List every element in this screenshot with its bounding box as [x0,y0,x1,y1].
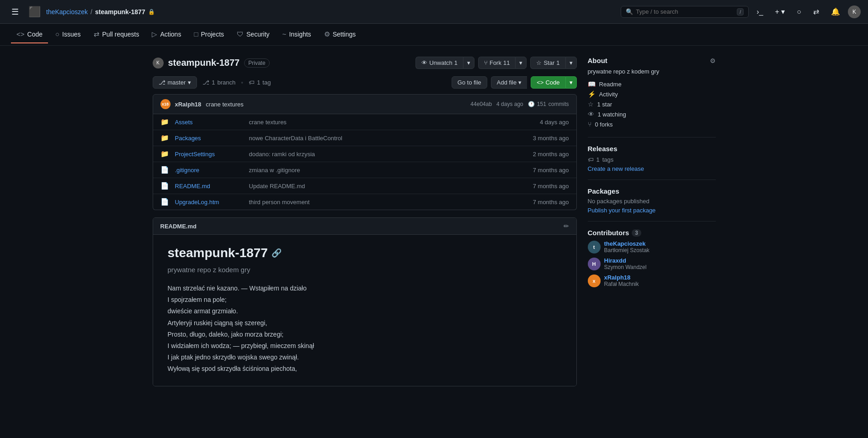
lock-icon: 🔒 [148,9,155,15]
user-avatar[interactable]: K [848,5,861,18]
tab-security[interactable]: 🛡 Security [231,26,275,43]
file-name[interactable]: Packages [175,135,244,142]
folder-icon: 📁 [160,118,170,126]
issue-button[interactable]: ○ [793,5,805,19]
star-main[interactable]: ☆ Star 1 [530,57,565,69]
commit-hash-value[interactable]: 44e04ab [470,101,492,107]
releases-title: Releases [588,145,716,153]
tag-icon: 🏷 [249,79,255,86]
file-name[interactable]: ProjectSettings [175,151,244,158]
file-toolbar: ⎇ master ▾ ⎇ 1 branch • 🏷 1 tag Go to fi… [153,76,577,89]
code-label: Code [545,79,559,86]
file-commit-message: Update README.md [249,183,527,190]
contributor-username[interactable]: theKapcioszek [604,240,650,247]
readme-header: README.md ✏ [153,218,576,235]
stat-separator: • [241,79,243,86]
branch-count-badge[interactable]: ⎇ 1 branch [202,77,235,88]
tag-count-badge[interactable]: 🏷 1 tag [249,77,271,88]
about-item-text: Activity [599,91,618,98]
pr-button[interactable]: ⇄ [809,5,823,19]
releases-tag-count: 1 [596,156,600,163]
about-item-icon: ⚡ [588,90,596,98]
about-item-icon: ⑂ [588,121,591,128]
breadcrumb-repo[interactable]: steampunk-1877 [95,8,145,16]
about-item-text: Readme [599,81,622,88]
about-item[interactable]: ☆ 1 star [588,100,716,108]
breadcrumb-owner[interactable]: theKapcioszek [46,8,88,16]
table-row: 📁 ProjectSettings dodano: ramki od krzys… [153,146,576,162]
branch-count: 1 [212,79,215,86]
search-kbd: / [737,8,744,16]
tab-insights[interactable]: ~ Insights [277,26,317,43]
readme-container: README.md ✏ steampunk-1877 🔗 prywatne re… [153,217,577,386]
search-input[interactable] [636,8,734,15]
file-name[interactable]: Assets [175,119,244,126]
add-file-main[interactable]: Add file ▾ [491,76,527,89]
contributor-row[interactable]: H Hiraxdd Szymon Wandzel [588,257,716,270]
contributor-row[interactable]: t theKapcioszek Bartłomiej Szostak [588,240,716,253]
commit-history[interactable]: 🕐 151 commits [528,101,569,107]
fork-arrow[interactable]: ▾ [515,57,527,69]
code-arrow[interactable]: ▾ [566,76,577,89]
go-to-file-button[interactable]: Go to file [452,76,487,89]
tab-code[interactable]: <> Code [11,26,48,43]
poem-line: dwieście armat grzmiało. [168,306,562,317]
about-item[interactable]: ⑂ 0 forks [588,121,716,128]
file-icon: 📄 [160,198,170,206]
poem-line: Artyleryji ruskiej ciągną się szeregi, [168,317,562,329]
unwatch-arrow[interactable]: ▾ [463,57,474,69]
fork-count: 11 [503,59,510,66]
gear-icon[interactable]: ⚙ [710,57,716,64]
file-name[interactable]: .gitignore [175,167,244,174]
commit-author[interactable]: xRalph18 [175,101,202,108]
search-bar[interactable]: 🔍 / [621,6,749,18]
anchor-icon[interactable]: 🔗 [272,248,282,258]
fork-main[interactable]: ⑂ Fork 11 [478,57,515,69]
tab-code-label: Code [27,31,43,38]
create-release-link[interactable]: Create a new release [588,165,644,172]
file-time: 7 months ago [533,167,569,174]
poem-line: I jak ptak jedno skrzydło wojska swego z… [168,352,562,363]
eye-icon: 👁 [421,59,427,66]
star-arrow[interactable]: ▾ [565,57,577,69]
contributor-fullname: Bartłomiej Szostak [604,247,650,253]
releases-section: Releases 🏷 1 tags Create a new release [588,145,716,172]
code-main[interactable]: <> Code [531,76,565,89]
plus-button[interactable]: + ▾ [771,5,789,19]
tab-projects[interactable]: □ Projects [188,26,229,43]
tab-issues[interactable]: ○ Issues [50,26,86,43]
file-name[interactable]: UpgradeLog.htm [175,199,244,206]
about-item[interactable]: ⚡ Activity [588,90,716,98]
commit-message[interactable]: crane textures [206,101,243,108]
contributor-username[interactable]: xRalph18 [604,274,639,281]
branch-selector[interactable]: ⎇ master ▾ [153,76,197,89]
about-section: About ⚙ prywatne repo z kodem gry 📖 Read… [588,57,716,128]
hamburger-menu[interactable]: ☰ [7,4,23,20]
repo-owner-avatar: K [153,58,164,69]
about-item[interactable]: 📖 Readme [588,80,716,88]
tab-settings[interactable]: ⚙ Settings [319,26,362,44]
commit-author-avatar: x18 [160,99,170,109]
file-icon: 📄 [160,166,170,174]
readme-edit-button[interactable]: ✏ [564,222,569,230]
star-icon: ☆ [536,59,542,66]
about-item[interactable]: 👁 1 watching [588,111,716,118]
terminal-button[interactable]: ›_ [752,5,767,19]
tab-pull-requests[interactable]: ⇄ Pull requests [88,26,145,44]
contributor-row[interactable]: x xRalph18 Rafał Machnik [588,274,716,287]
branch-name: master [168,79,186,86]
poem-line: Prosto, długo, daleko, jako morza brzegi… [168,329,562,340]
file-name[interactable]: README.md [175,183,244,190]
notifications-button[interactable]: 🔔 [827,5,844,19]
github-logo[interactable]: ⬛ [28,6,41,18]
unwatch-main[interactable]: 👁 Unwatch 1 [415,57,463,69]
contributor-username[interactable]: Hiraxdd [604,257,647,264]
repo-title: steampunk-1877 [168,58,240,68]
fork-label: Fork [490,59,501,66]
publish-package-link[interactable]: Publish your first package [588,207,656,214]
breadcrumb-separator: / [91,8,92,16]
fork-btn: ⑂ Fork 11 ▾ [478,57,527,69]
add-file-chevron: ▾ [518,79,522,86]
tab-actions[interactable]: ▷ Actions [146,26,186,44]
releases-item: 🏷 1 tags [588,156,716,163]
